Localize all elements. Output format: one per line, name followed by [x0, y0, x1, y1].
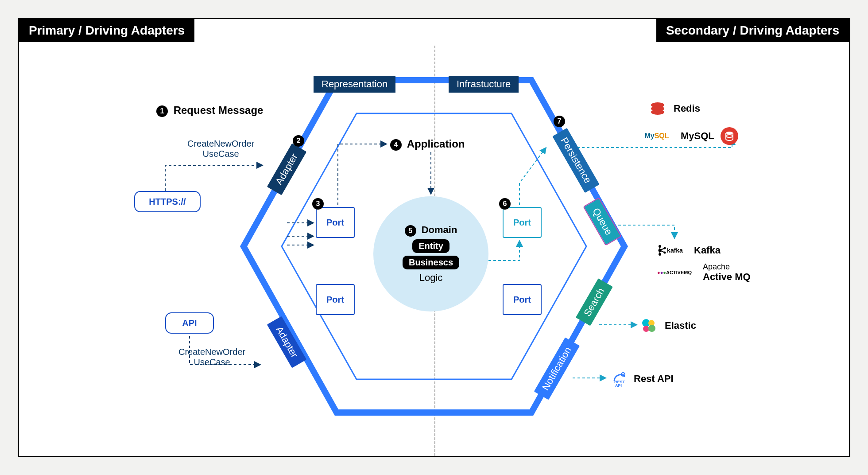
badge-6: 6 — [499, 198, 511, 210]
port-right-lower: Port — [503, 284, 542, 315]
svg-point-18 — [648, 325, 655, 332]
activemq-icon: ●●● ACTIVEMQ — [652, 263, 697, 282]
usecase-lower: CreateNewOrder UseCase — [178, 347, 245, 367]
domain-title: 5 Domain — [405, 224, 457, 236]
external-mysql: MySQL MySQL — [639, 126, 738, 146]
svg-point-5 — [726, 132, 733, 134]
badge-4: 4 — [390, 139, 402, 151]
svg-point-4 — [651, 109, 664, 115]
svg-point-6 — [726, 135, 733, 137]
svg-point-20 — [623, 374, 624, 375]
redis-label: Redis — [674, 103, 700, 114]
step-1-request-message: 1 Request Message — [156, 104, 263, 117]
domain-circle: 5 Domain Entity Businescs Logic — [373, 196, 488, 311]
diagram-frame: Primary / Driving Adapters Secondary / D… — [18, 18, 850, 457]
label-infrastructure: Infrastucture — [449, 76, 519, 93]
kafka-icon: kafka — [652, 241, 688, 260]
step-4-text: Application — [407, 138, 465, 150]
restapi-label: Rest API — [634, 373, 674, 385]
external-kafka: kafka Kafka — [652, 241, 721, 260]
badge-2: 2 — [293, 135, 304, 147]
domain-logic: Logic — [419, 272, 443, 284]
domain-business: Businescs — [403, 256, 459, 269]
elastic-label: Elastic — [665, 320, 696, 331]
port-left-lower: Port — [316, 284, 355, 315]
port-right-upper: Port — [503, 207, 542, 238]
external-redis: Redis — [648, 99, 700, 118]
step-4-application: 4 Application — [390, 138, 465, 151]
redis-icon — [648, 99, 667, 118]
usecase-lower-line2: UseCase — [178, 357, 245, 367]
activemq-label-1: Apache — [703, 263, 751, 272]
usecase-upper-line2: UseCase — [187, 149, 254, 159]
database-icon — [721, 127, 738, 145]
badge-1: 1 — [156, 105, 168, 117]
svg-text:API: API — [615, 383, 622, 388]
domain-entity: Entity — [412, 239, 450, 253]
usecase-lower-line1: CreateNewOrder — [178, 347, 245, 357]
svg-point-17 — [643, 326, 649, 332]
usecase-upper-line1: CreateNewOrder — [187, 139, 254, 149]
badge-3: 3 — [312, 198, 324, 210]
activemq-label-2: Active MQ — [703, 272, 751, 282]
badge-5: 5 — [405, 225, 416, 237]
mysql-label: MySQL — [681, 130, 714, 142]
restapi-icon: RESTAPI — [608, 369, 628, 389]
step-1-text: Request Message — [174, 104, 264, 116]
elastic-icon — [639, 316, 659, 335]
header-primary-adapters: Primary / Driving Adapters — [19, 19, 194, 42]
https-box: HTTPS:// — [134, 191, 201, 212]
external-elastic: Elastic — [639, 316, 696, 335]
port-left-upper: Port — [316, 207, 355, 238]
usecase-upper: CreateNewOrder UseCase — [187, 139, 254, 159]
external-activemq: ●●● ACTIVEMQ Apache Active MQ — [652, 263, 751, 282]
api-box: API — [165, 312, 214, 334]
external-restapi: RESTAPI Rest API — [608, 369, 674, 389]
badge-7: 7 — [554, 116, 565, 127]
mysql-icon: MySQL — [639, 126, 674, 146]
header-secondary-adapters: Secondary / Driving Adapters — [656, 19, 849, 42]
label-representation: Representation — [314, 76, 395, 93]
kafka-label: Kafka — [694, 245, 721, 256]
domain-label: Domain — [422, 224, 457, 235]
